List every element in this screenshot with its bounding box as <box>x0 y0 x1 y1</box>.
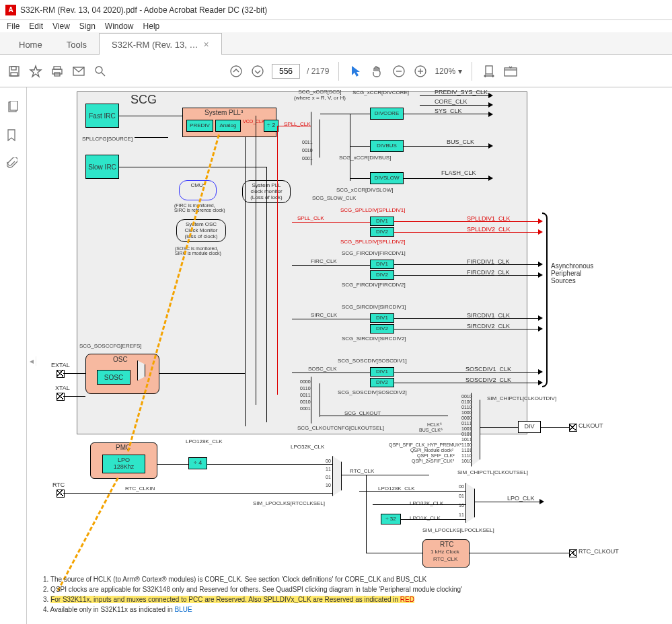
tab-tools[interactable]: Tools <box>54 34 99 54</box>
slow-irc: Slow IRC <box>85 155 119 179</box>
menu-view[interactable]: View <box>52 22 70 31</box>
spllclk2: SPLL_CLK <box>297 215 324 221</box>
sirc-div1: DIV1 <box>370 313 394 323</box>
note-1: 1. The source of HCLK (to Arm® Cortex® m… <box>43 574 608 584</box>
note-2: 2. QSPI clocks are applicable for S32K14… <box>43 584 608 594</box>
extal-label: EXTAL <box>51 362 70 368</box>
attachment-icon[interactable] <box>7 157 20 171</box>
chipctl-div: SIM_CHIPCTL[CLKOUTDIV] <box>487 395 556 401</box>
soscdiv1-clk: SOSCDIV1_CLK <box>465 366 511 373</box>
scg-clkoutcnfg: SCG_CLKOUTCNFG[CLKOUTSEL] <box>297 425 384 431</box>
div-box: DIV <box>518 421 541 433</box>
page-number-input[interactable] <box>272 64 300 79</box>
search-icon[interactable] <box>93 64 108 79</box>
soscclk-label: SOSC_CLK <box>308 366 337 372</box>
scgxccr-scs: SCG_xCCR[SCS] (where x = R, V, or H) <box>294 89 346 101</box>
clkout-mux <box>311 377 320 424</box>
tab-home[interactable]: Home <box>7 34 54 54</box>
rtc-pin-label: RTC <box>52 481 65 488</box>
zoom-in-icon[interactable] <box>413 64 428 79</box>
scg-slow-clk: SCG_SLOW_CLK <box>312 195 356 201</box>
rtc-pin <box>57 490 63 496</box>
zoom-out-icon[interactable] <box>391 64 406 79</box>
sircdiv1-clk: SIRCDIV1_CLK <box>467 312 510 319</box>
async-label: Asynchronous Peripheral Sources <box>551 262 593 284</box>
clkout-pin <box>569 424 576 430</box>
fit-width-icon[interactable] <box>482 64 496 79</box>
divcore-reg: SCG_xCCR[DIVCORE] <box>352 89 409 95</box>
sosc-div1: DIV1 <box>370 367 394 377</box>
pointer-icon[interactable] <box>348 64 363 79</box>
note-4: 4. Available only in S32K11x as indicate… <box>43 604 608 615</box>
firc-div1: DIV1 <box>370 260 394 269</box>
fircdiv-reg2: SCG_FIRCDIV[FIRCDIV2] <box>342 282 406 288</box>
rtc-block-title: RTC <box>440 541 453 548</box>
extal-pin <box>57 370 63 377</box>
rtc-mux <box>332 456 342 496</box>
sosc-div2: DIV2 <box>370 378 394 387</box>
div32-box: ÷ 32 <box>381 514 401 524</box>
menu-file[interactable]: File <box>7 22 20 31</box>
star-icon[interactable] <box>28 64 43 79</box>
hand-icon[interactable] <box>370 64 385 79</box>
soscdiv-reg1: SCG_SOSCDIV[SOSCDIV1] <box>338 358 407 364</box>
sosc-box: SOSC <box>97 370 130 385</box>
svg-point-10 <box>231 66 241 77</box>
lpo-box: LPO 128Khz <box>102 455 145 473</box>
rtc-clkout-pin <box>569 549 576 556</box>
menu-help[interactable]: Help <box>143 22 160 31</box>
system-pll-title: System PLL³ <box>204 109 243 116</box>
menu-sign[interactable]: Sign <box>79 22 96 31</box>
divbus-box: DIVBUS <box>370 140 404 152</box>
scg-title: SCG <box>130 93 157 107</box>
bus-clk: BUS_CLK <box>447 139 474 145</box>
rtc-1k: 1 kHz Clock <box>431 549 459 555</box>
note-3: 3. For S32K11x, inputs and muxes connect… <box>43 594 608 604</box>
clock-diagram: SCG Fast IRC Slow IRC SPLLCFG[SOURCE] Sy… <box>43 87 672 598</box>
menu-window[interactable]: Window <box>105 22 134 31</box>
thumbnails-icon[interactable] <box>7 101 20 114</box>
read-mode-icon[interactable] <box>503 64 518 79</box>
sirc-div2: DIV2 <box>370 324 394 334</box>
menu-edit[interactable]: Edit <box>29 22 43 31</box>
chipctl-mux <box>471 393 480 467</box>
collapse-sidebar[interactable]: ◂ <box>27 356 36 366</box>
splldiv2-clk: SPLLDIV2_CLK <box>467 226 511 233</box>
bookmark-icon[interactable] <box>7 129 20 143</box>
fircdiv2-clk: FIRCDIV2_CLK <box>467 269 510 276</box>
print-icon[interactable] <box>50 64 65 79</box>
page-count: / 2179 <box>307 67 329 76</box>
page-down-icon[interactable] <box>250 64 265 79</box>
lpo-mux <box>465 483 475 523</box>
close-tab-icon[interactable]: × <box>203 39 209 50</box>
app-icon: A <box>5 5 16 15</box>
sircdiv-reg2: SCG_SIRCDIV[SIRCDIV2] <box>342 336 406 342</box>
prediv-box: PREDIV <box>186 120 213 132</box>
tab-document-label: S32K-RM (Rev. 13, … <box>112 40 198 50</box>
svg-rect-18 <box>486 66 492 74</box>
document-content[interactable]: SCG Fast IRC Slow IRC SPLLCFG[SOURCE] Sy… <box>36 87 672 624</box>
tab-document[interactable]: S32K-RM (Rev. 13, … × <box>99 33 222 55</box>
chipctl-sel: SIM_CHIPCTL[CLKOUTSEL] <box>457 469 528 475</box>
spllcfg-label: SPLLCFG[SOURCE] <box>82 136 133 142</box>
lpo128k-clk: LPO128K_CLK <box>186 438 223 444</box>
rtc-clk: RTC_CLK <box>350 468 374 474</box>
soscdiv-reg2: SCG_SOSCDIV[SOSCDIV2] <box>338 389 407 395</box>
vco-label: VCO_CLK <box>243 119 265 124</box>
tab-row: Home Tools S32K-RM (Rev. 13, … × <box>0 32 672 55</box>
zoom-level[interactable]: 120% ▾ <box>435 67 462 76</box>
mail-icon[interactable] <box>71 64 86 79</box>
rtc-clkout: RTC_CLKOUT <box>578 548 619 555</box>
chevron-down-icon: ▾ <box>458 67 462 76</box>
page-up-icon[interactable] <box>229 64 244 79</box>
clkout-label: CLKOUT <box>578 422 603 429</box>
spll-div2: DIV2 <box>370 227 394 237</box>
save-icon[interactable] <box>7 64 22 79</box>
footnotes: 1. The source of HCLK (to Arm® Cortex® m… <box>43 574 608 615</box>
async-brace <box>542 212 548 387</box>
div2-box: ÷ 2 <box>264 120 278 132</box>
svg-rect-19 <box>505 68 517 76</box>
svg-point-11 <box>252 66 263 77</box>
splldiv-reg1: SCG_SPLLDIV[SPLLDIV1] <box>340 207 406 213</box>
soscdiv2-clk: SOSCDIV2_CLK <box>465 377 511 383</box>
